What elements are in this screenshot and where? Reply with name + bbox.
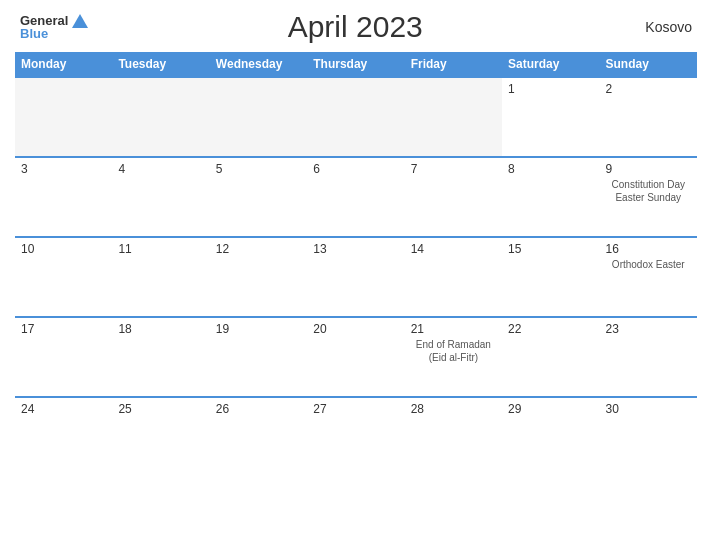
table-row: 14	[405, 237, 502, 317]
table-row: 25	[112, 397, 209, 477]
table-row: 2	[600, 77, 697, 157]
header: General Blue April 2023 Kosovo	[15, 10, 697, 44]
day-number: 21	[411, 322, 496, 336]
day-number: 9	[606, 162, 691, 176]
day-number: 5	[216, 162, 301, 176]
table-row: 1	[502, 77, 599, 157]
day-number: 18	[118, 322, 203, 336]
day-number: 26	[216, 402, 301, 416]
day-number: 6	[313, 162, 398, 176]
table-row: 12	[210, 237, 307, 317]
logo-triangle-icon	[72, 14, 88, 28]
calendar-week-row: 24252627282930	[15, 397, 697, 477]
day-number: 25	[118, 402, 203, 416]
table-row	[210, 77, 307, 157]
table-row: 16Orthodox Easter	[600, 237, 697, 317]
calendar-header-row: Monday Tuesday Wednesday Thursday Friday…	[15, 52, 697, 77]
col-tuesday: Tuesday	[112, 52, 209, 77]
table-row: 9Constitution Day Easter Sunday	[600, 157, 697, 237]
table-row: 29	[502, 397, 599, 477]
page-title: April 2023	[88, 10, 622, 44]
table-row: 15	[502, 237, 599, 317]
table-row: 23	[600, 317, 697, 397]
calendar-week-row: 12	[15, 77, 697, 157]
day-number: 30	[606, 402, 691, 416]
table-row	[112, 77, 209, 157]
table-row: 17	[15, 317, 112, 397]
day-number: 19	[216, 322, 301, 336]
table-row: 5	[210, 157, 307, 237]
table-row: 21End of Ramadan (Eid al-Fitr)	[405, 317, 502, 397]
table-row: 20	[307, 317, 404, 397]
day-number: 14	[411, 242, 496, 256]
day-number: 13	[313, 242, 398, 256]
logo-blue-text: Blue	[20, 27, 68, 40]
calendar-week-row: 10111213141516Orthodox Easter	[15, 237, 697, 317]
table-row: 18	[112, 317, 209, 397]
day-number: 27	[313, 402, 398, 416]
day-number: 15	[508, 242, 593, 256]
col-wednesday: Wednesday	[210, 52, 307, 77]
table-row: 22	[502, 317, 599, 397]
table-row: 26	[210, 397, 307, 477]
calendar-week-row: 1718192021End of Ramadan (Eid al-Fitr)22…	[15, 317, 697, 397]
table-row: 4	[112, 157, 209, 237]
table-row: 27	[307, 397, 404, 477]
table-row: 10	[15, 237, 112, 317]
day-number: 2	[606, 82, 691, 96]
table-row: 3	[15, 157, 112, 237]
calendar-table: Monday Tuesday Wednesday Thursday Friday…	[15, 52, 697, 477]
table-row: 6	[307, 157, 404, 237]
day-number: 28	[411, 402, 496, 416]
table-row	[15, 77, 112, 157]
col-friday: Friday	[405, 52, 502, 77]
event-label: Constitution Day Easter Sunday	[606, 178, 691, 204]
table-row: 30	[600, 397, 697, 477]
day-number: 7	[411, 162, 496, 176]
day-number: 3	[21, 162, 106, 176]
col-saturday: Saturday	[502, 52, 599, 77]
table-row: 28	[405, 397, 502, 477]
event-label: Orthodox Easter	[606, 258, 691, 271]
col-sunday: Sunday	[600, 52, 697, 77]
day-number: 16	[606, 242, 691, 256]
day-number: 1	[508, 82, 593, 96]
table-row: 7	[405, 157, 502, 237]
calendar-page: General Blue April 2023 Kosovo Monday Tu…	[0, 0, 712, 550]
country-label: Kosovo	[622, 19, 692, 35]
logo: General Blue	[20, 14, 88, 40]
table-row: 24	[15, 397, 112, 477]
day-number: 11	[118, 242, 203, 256]
col-monday: Monday	[15, 52, 112, 77]
table-row: 8	[502, 157, 599, 237]
day-number: 8	[508, 162, 593, 176]
col-thursday: Thursday	[307, 52, 404, 77]
table-row: 11	[112, 237, 209, 317]
event-label: End of Ramadan (Eid al-Fitr)	[411, 338, 496, 364]
table-row: 19	[210, 317, 307, 397]
table-row: 13	[307, 237, 404, 317]
table-row	[405, 77, 502, 157]
day-number: 10	[21, 242, 106, 256]
day-number: 24	[21, 402, 106, 416]
table-row	[307, 77, 404, 157]
day-number: 17	[21, 322, 106, 336]
day-number: 20	[313, 322, 398, 336]
calendar-week-row: 3456789Constitution Day Easter Sunday	[15, 157, 697, 237]
day-number: 29	[508, 402, 593, 416]
day-number: 22	[508, 322, 593, 336]
day-number: 23	[606, 322, 691, 336]
day-number: 4	[118, 162, 203, 176]
day-number: 12	[216, 242, 301, 256]
